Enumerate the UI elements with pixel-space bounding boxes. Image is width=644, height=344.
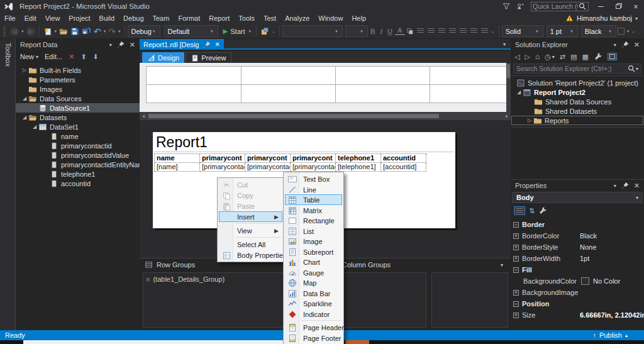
- alphabetical-sort-icon[interactable]: ⇅: [529, 207, 535, 215]
- scrollbar-thumb[interactable]: [507, 64, 510, 78]
- tree-item-built-in-fields[interactable]: ▷Built-in Fields: [16, 65, 140, 75]
- property-category-position[interactable]: −Position: [511, 298, 644, 309]
- window-position-icon[interactable]: ▾: [614, 183, 616, 189]
- insert-menu-chart[interactable]: Chart: [285, 257, 342, 267]
- format-painter-icon[interactable]: [405, 25, 415, 38]
- overflow-chevron-icon[interactable]: ⌄: [270, 29, 277, 34]
- sync-with-active-document-icon[interactable]: ⇄: [560, 53, 565, 61]
- insert-menu-text-box[interactable]: Text Box: [285, 174, 342, 184]
- start-debug-button[interactable]: ▶Start▾: [222, 25, 253, 38]
- navigate-back-button[interactable]: ◁: [9, 25, 20, 38]
- properties-wrench-icon[interactable]: [594, 52, 602, 61]
- expand-plus-icon[interactable]: +: [513, 245, 519, 250]
- close-icon[interactable]: ✕: [130, 41, 135, 49]
- menu-tools[interactable]: Tools: [234, 13, 259, 24]
- tree-item-images[interactable]: Images: [16, 84, 140, 94]
- column-groups-box[interactable]: [431, 272, 508, 328]
- scrollbar-thumb[interactable]: [148, 114, 439, 118]
- menu-view[interactable]: View: [41, 13, 65, 24]
- menu-help[interactable]: Help: [347, 13, 370, 24]
- tree-item-field-primarycontactidvalue[interactable]: primarycontactidValue: [16, 150, 140, 160]
- window-position-icon[interactable]: ▾: [614, 42, 616, 48]
- table-data-cell[interactable]: [primarycontact: [200, 163, 245, 172]
- menu-analyze[interactable]: Analyze: [280, 13, 314, 24]
- chevron-down-icon[interactable]: ▾: [635, 16, 638, 21]
- delete-icon[interactable]: ✕: [69, 53, 74, 61]
- chevron-down-icon[interactable]: ▾: [626, 29, 631, 34]
- tree-item-field-primarycontactid[interactable]: primarycontactid: [16, 141, 140, 150]
- font-name-dropdown[interactable]: ▾: [282, 25, 343, 37]
- close-icon[interactable]: ✕: [634, 41, 640, 49]
- property-row-size[interactable]: +Size6.66667in, 2.12042in: [511, 309, 644, 321]
- insert-menu-table[interactable]: Table: [285, 194, 342, 205]
- font-size-dropdown[interactable]: ▾: [345, 25, 368, 37]
- chevron-down-icon[interactable]: ▾: [103, 29, 108, 34]
- tree-item-field-primarycontactidentityname[interactable]: primarycontactidEntityName: [16, 160, 140, 169]
- collapse-minus-icon[interactable]: −: [513, 301, 519, 307]
- border-style-dropdown[interactable]: Solid▾: [502, 25, 543, 37]
- table-header-cell[interactable]: primarycont: [245, 154, 291, 163]
- tab-list-chevron-icon[interactable]: ▾: [503, 42, 506, 47]
- minimize-button[interactable]: [595, 1, 606, 11]
- menu-team[interactable]: Team: [148, 13, 174, 24]
- pin-icon[interactable]: [621, 40, 630, 49]
- table-header-cell[interactable]: primarycont: [291, 154, 336, 163]
- property-category-border[interactable]: −Border: [511, 219, 644, 230]
- collapse-minus-icon[interactable]: −: [513, 222, 519, 228]
- chevron-down-icon[interactable]: ▾: [636, 66, 638, 72]
- pin-icon[interactable]: [116, 40, 125, 49]
- insert-menu-list[interactable]: List: [285, 226, 342, 236]
- quick-launch-input[interactable]: [533, 3, 578, 10]
- new-project-icon[interactable]: [42, 25, 53, 38]
- forward-icon[interactable]: ▷: [525, 53, 530, 61]
- insert-menu-image[interactable]: Image: [285, 236, 342, 247]
- tree-item-field-telephone1[interactable]: telephone1: [16, 169, 140, 179]
- tree-item-datasets[interactable]: ◢Datasets: [16, 113, 140, 122]
- expand-plus-icon[interactable]: +: [513, 290, 519, 296]
- menu-build[interactable]: Build: [95, 13, 119, 24]
- design-surface-top[interactable]: [140, 63, 511, 112]
- chevron-down-icon[interactable]: ▾: [53, 29, 58, 34]
- menu-file[interactable]: File: [0, 13, 20, 24]
- collapsed-arrow-icon[interactable]: ▷: [21, 67, 28, 73]
- expand-plus-icon[interactable]: +: [513, 256, 519, 262]
- chevron-down-icon[interactable]: ▾: [20, 29, 25, 34]
- menu-format[interactable]: Format: [174, 13, 204, 24]
- align-right-icon[interactable]: [438, 28, 445, 34]
- font-color-button[interactable]: A: [395, 27, 405, 35]
- collapse-all-icon[interactable]: ▤: [570, 53, 577, 61]
- object-selector-dropdown[interactable]: Body ▾: [512, 192, 643, 203]
- vertical-scrollbar[interactable]: [506, 63, 511, 112]
- undo-icon[interactable]: ↶: [92, 25, 103, 38]
- insert-menu-sparkline[interactable]: Sparkline: [285, 298, 342, 309]
- tab-preview[interactable]: Preview: [186, 52, 231, 63]
- insert-menu-rectangle[interactable]: Rectangle: [285, 215, 342, 226]
- grouping-pane-chevron-icon[interactable]: ▾: [501, 262, 503, 268]
- save-icon[interactable]: [69, 25, 80, 38]
- table-header-cell[interactable]: accountid: [381, 154, 426, 163]
- send-feedback-icon[interactable]: [516, 3, 525, 10]
- publish-button[interactable]: ↑ Publish ▴: [592, 331, 628, 339]
- scroll-right-arrow-icon[interactable]: ▸: [503, 113, 511, 119]
- report-title-textbox[interactable]: Report1: [155, 133, 453, 152]
- tree-item-solution[interactable]: Solution 'Report Project2' (1 project): [511, 78, 643, 87]
- tree-item-data-sources[interactable]: ◢Data Sources: [16, 94, 140, 103]
- context-menu-body-properties[interactable]: Body Properties...: [219, 250, 282, 260]
- expanded-arrow-icon[interactable]: ◢: [21, 114, 28, 120]
- context-menu-view[interactable]: View▶: [219, 225, 282, 236]
- expanded-arrow-icon[interactable]: ◢: [31, 124, 38, 130]
- tree-item-datasource1[interactable]: DataSource1: [16, 103, 140, 113]
- preview-selected-items-icon[interactable]: ▦: [582, 53, 588, 61]
- align-center-icon[interactable]: [428, 28, 435, 34]
- scroll-left-arrow-icon[interactable]: ◂: [140, 113, 147, 119]
- open-file-icon[interactable]: [58, 25, 69, 38]
- bullet-list-icon[interactable]: [460, 28, 467, 34]
- insert-menu-data-bar[interactable]: Data Bar: [285, 288, 342, 299]
- collapse-minus-icon[interactable]: −: [513, 267, 519, 273]
- border-color-dropdown[interactable]: Black▾: [581, 25, 616, 37]
- insert-menu-line[interactable]: Line: [285, 184, 342, 195]
- window-position-icon[interactable]: ▾: [109, 42, 112, 48]
- toolbox-tab[interactable]: Toolbox: [3, 43, 12, 67]
- chevron-down-icon[interactable]: ▾: [247, 29, 252, 34]
- menu-test[interactable]: Test: [259, 13, 280, 24]
